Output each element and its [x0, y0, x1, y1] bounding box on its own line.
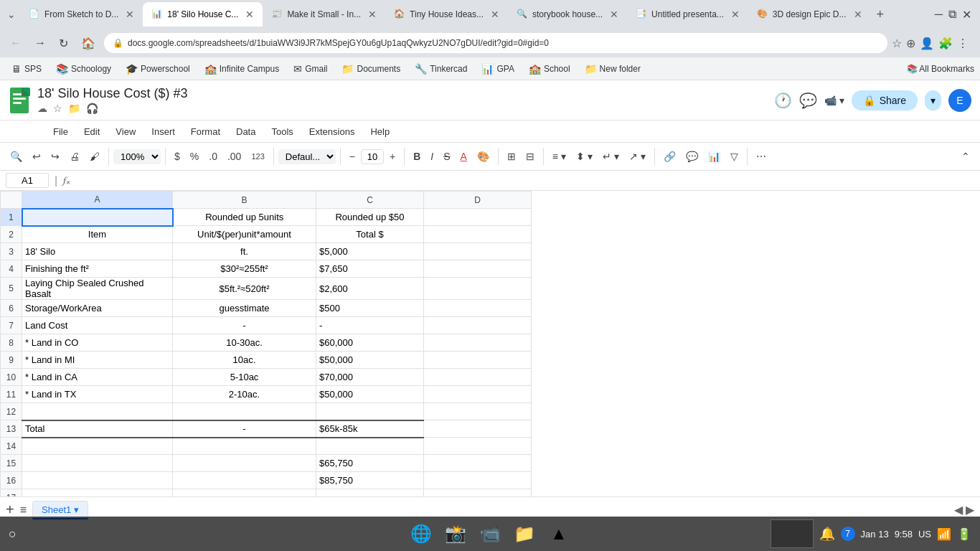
- star-icon[interactable]: ☆: [53, 103, 62, 114]
- cell-B5[interactable]: $5ft.²≈520ft²: [173, 278, 316, 300]
- cell-C15[interactable]: $65,750: [316, 455, 424, 472]
- borders-button[interactable]: ⊞: [503, 148, 520, 165]
- meet-button[interactable]: 📹 ▾: [824, 95, 844, 106]
- share-dropdown-button[interactable]: ▾: [925, 90, 941, 110]
- tab-overflow-btn[interactable]: ⌄: [3, 9, 20, 20]
- strikethrough-button[interactable]: S: [439, 148, 454, 165]
- profile-icon[interactable]: 👤: [920, 37, 934, 50]
- cell-D1[interactable]: [424, 209, 532, 226]
- scroll-right-icon[interactable]: ▶: [966, 503, 974, 517]
- cell-C11[interactable]: $50,000: [316, 386, 424, 403]
- filter-button[interactable]: ▽: [726, 148, 743, 165]
- home-button[interactable]: 🏠: [77, 35, 100, 52]
- cell-C12[interactable]: [316, 403, 424, 420]
- menu-file[interactable]: File: [46, 125, 75, 138]
- cell-A15[interactable]: [22, 455, 173, 472]
- paint-format-button[interactable]: 🖌: [85, 148, 104, 165]
- redo-button[interactable]: ↪: [47, 148, 64, 165]
- bookmark-school[interactable]: 🏫 School: [523, 62, 576, 76]
- more-button[interactable]: ⋮: [957, 37, 969, 50]
- menu-insert[interactable]: Insert: [144, 125, 182, 138]
- row-num-11[interactable]: 11: [1, 386, 22, 403]
- user-avatar[interactable]: E: [948, 89, 971, 112]
- cell-B11[interactable]: 2-10ac.: [173, 386, 316, 403]
- scroll-left-icon[interactable]: ◀: [954, 503, 963, 517]
- cell-B2[interactable]: Unit/$(per)unit*amount: [173, 226, 316, 243]
- folder-icon[interactable]: 📁: [68, 103, 80, 114]
- halign-button[interactable]: ≡ ▾: [548, 148, 570, 165]
- lens-icon[interactable]: ⊕: [906, 37, 915, 50]
- cell-A16[interactable]: [22, 472, 173, 489]
- col-header-C[interactable]: C: [316, 192, 424, 209]
- cell-B16[interactable]: [173, 472, 316, 489]
- tab-3-close[interactable]: ✕: [368, 9, 377, 20]
- font-select[interactable]: Defaul...: [278, 149, 336, 164]
- forward-button[interactable]: →: [30, 35, 50, 51]
- highlight-button[interactable]: 🎨: [473, 148, 494, 165]
- search-button[interactable]: 🔍: [6, 148, 27, 165]
- cell-D9[interactable]: [424, 352, 532, 369]
- col-header-A[interactable]: A: [22, 192, 173, 209]
- tab-4-close[interactable]: ✕: [491, 9, 499, 20]
- cell-C9[interactable]: $50,000: [316, 352, 424, 369]
- bookmark-gmail[interactable]: ✉ Gmail: [288, 62, 333, 76]
- row-num-1[interactable]: 1: [1, 209, 22, 226]
- reload-button[interactable]: ↻: [55, 35, 72, 52]
- rotate-button[interactable]: ↗ ▾: [625, 148, 650, 165]
- cell-A4[interactable]: Finishing the ft²: [22, 260, 173, 278]
- cell-D13[interactable]: [424, 420, 532, 438]
- cell-C5[interactable]: $2,600: [316, 278, 424, 300]
- cell-D3[interactable]: [424, 243, 532, 260]
- sheet-menu-button[interactable]: ≡: [20, 504, 27, 517]
- add-sheet-button[interactable]: +: [6, 501, 14, 518]
- row-num-3[interactable]: 3: [1, 243, 22, 260]
- bold-button[interactable]: B: [409, 148, 425, 165]
- new-tab-button[interactable]: +: [871, 7, 890, 22]
- taskbar-meet-icon[interactable]: 📹: [476, 519, 504, 548]
- cell-A13[interactable]: Total: [22, 420, 173, 438]
- font-size-input[interactable]: [361, 149, 384, 164]
- taskbar-screenshare-icon[interactable]: 📸: [441, 519, 470, 548]
- tab-1-close[interactable]: ✕: [126, 9, 134, 20]
- history-button[interactable]: 🕐: [774, 92, 792, 109]
- increase-decimal-button[interactable]: .00: [223, 148, 245, 165]
- cell-B4[interactable]: $30²≈255ft²: [173, 260, 316, 278]
- menu-tools[interactable]: Tools: [264, 125, 300, 138]
- increase-font-button[interactable]: +: [385, 148, 400, 165]
- currency-button[interactable]: $: [170, 148, 184, 165]
- cell-B12[interactable]: [173, 403, 316, 420]
- cell-B13[interactable]: -: [173, 420, 316, 438]
- chart-button[interactable]: 📊: [704, 148, 725, 165]
- comment-tb-button[interactable]: 💬: [682, 148, 702, 165]
- decrease-font-button[interactable]: −: [345, 148, 359, 165]
- cell-A17[interactable]: [22, 489, 173, 497]
- row-num-2[interactable]: 2: [1, 226, 22, 243]
- back-button[interactable]: ←: [6, 35, 26, 51]
- cell-A1[interactable]: [22, 209, 173, 226]
- menu-view[interactable]: View: [108, 125, 143, 138]
- bookmark-documents[interactable]: 📁 Documents: [336, 62, 406, 76]
- print-button[interactable]: 🖨: [65, 148, 84, 165]
- row-num-12[interactable]: 12: [1, 403, 22, 420]
- row-num-16[interactable]: 16: [1, 472, 22, 489]
- bookmark-sps[interactable]: 🖥 SPS: [6, 62, 47, 76]
- menu-extensions[interactable]: Extensions: [302, 125, 362, 138]
- row-num-15[interactable]: 15: [1, 455, 22, 472]
- share-button[interactable]: 🔒 Share: [852, 90, 918, 110]
- bookmark-powerschool[interactable]: 🎓 Powerschool: [120, 62, 196, 76]
- row-num-17[interactable]: 17: [1, 489, 22, 497]
- wrap-button[interactable]: ↵ ▾: [598, 148, 623, 165]
- sheets-title[interactable]: 18' Silo House Cost ($) #3: [37, 86, 188, 101]
- cell-C2[interactable]: Total $: [316, 226, 424, 243]
- tab-2-close[interactable]: ✕: [245, 9, 254, 20]
- cell-B8[interactable]: 10-30ac.: [173, 334, 316, 352]
- menu-help[interactable]: Help: [363, 125, 397, 138]
- tab-4[interactable]: 🏠 Tiny House Ideas... ✕: [385, 2, 508, 27]
- row-num-6[interactable]: 6: [1, 300, 22, 317]
- tab-7[interactable]: 🎨 3D design Epic D... ✕: [748, 2, 871, 27]
- row-num-4[interactable]: 4: [1, 260, 22, 278]
- bookmark-schoology[interactable]: 📚 Schoology: [50, 62, 117, 76]
- close-button[interactable]: ✕: [962, 8, 971, 22]
- cell-C16[interactable]: $85,750: [316, 472, 424, 489]
- cell-D8[interactable]: [424, 334, 532, 352]
